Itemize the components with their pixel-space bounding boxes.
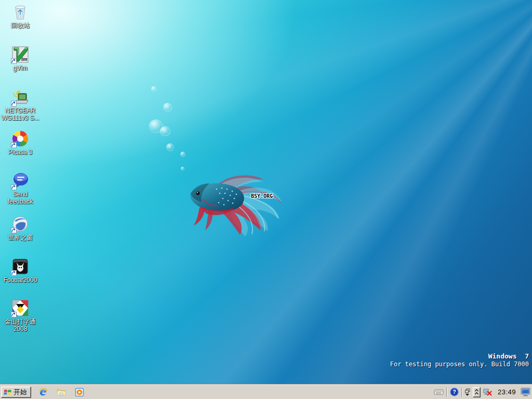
tray-divider <box>446 388 447 397</box>
bubble <box>166 143 174 151</box>
shortcut-arrow-icon <box>11 101 17 107</box>
help-feedback-icon[interactable]: ? <box>450 388 459 396</box>
recycle-bin-icon <box>11 3 29 21</box>
gvim-icon: im <box>11 46 29 63</box>
hide-inactive-icons-button[interactable] <box>473 387 481 397</box>
desktop-icon-theworld[interactable]: 世界之窗 <box>1 215 40 241</box>
desktop-icon-label: NETGEAR WG111v3 S... <box>1 107 40 122</box>
build-watermark-title: Windows 7 <box>390 352 529 360</box>
send-feedback-icon <box>11 172 29 190</box>
language-bar-restore-icon[interactable] <box>465 389 470 396</box>
quick-launch-bar <box>38 388 84 397</box>
bubble <box>163 103 172 112</box>
desktop-icon-label: 金山打字通 2008 <box>1 318 40 332</box>
desktop-icon-gvim[interactable]: im gVim <box>1 46 40 72</box>
taskbar: 开始 <box>0 384 532 399</box>
desktop-icon-label: Foobar2000 <box>1 276 40 284</box>
desktop-icon-netgear[interactable]: NETGEAR WG111v3 S... <box>1 88 40 122</box>
desktop-icon-kingsoft-typing[interactable]: 金山打字通 2008 <box>1 299 40 332</box>
bubble <box>160 126 170 136</box>
windows-media-player-icon[interactable] <box>75 388 84 397</box>
desktop-icon-label: 世界之窗 <box>1 234 40 241</box>
desktop-icon-label: Send feedback <box>1 191 40 205</box>
bubble <box>180 152 185 157</box>
shortcut-arrow-icon <box>11 58 17 64</box>
shortcut-arrow-icon <box>11 228 17 233</box>
bubble <box>151 86 156 91</box>
windows-logo-icon <box>4 389 12 396</box>
betta-fish <box>179 162 287 240</box>
wallpaper-site-watermark: BSY.ORG <box>251 193 273 199</box>
desktop-icon-recycle-bin[interactable]: 回收站 <box>1 3 40 29</box>
internet-explorer-icon[interactable] <box>38 388 48 397</box>
explorer-folder-icon[interactable] <box>57 388 66 397</box>
desktop-icon-label: gVim <box>1 64 40 72</box>
desktop-icon-label: Picasa 3 <box>1 149 40 156</box>
tray-divider <box>461 388 462 397</box>
shortcut-arrow-icon <box>11 184 17 190</box>
shortcut-arrow-icon <box>11 312 17 317</box>
desktop-icon-label: 回收站 <box>1 22 40 29</box>
desktop-wallpaper[interactable]: BSY.ORG 回收站 im gVim <box>0 0 532 384</box>
kingsoft-typing-icon <box>11 299 29 317</box>
globe-browser-icon <box>11 215 29 233</box>
netgear-wireless-icon <box>11 88 29 106</box>
shortcut-arrow-icon <box>11 142 17 148</box>
build-watermark: Windows 7 For testing purposes only. Bui… <box>390 352 529 368</box>
desktop-icon-foobar2000[interactable]: Foobar2000 <box>1 258 40 284</box>
desktop-icon-picasa[interactable]: Picasa 3 <box>1 130 40 156</box>
input-method-keyboard-icon[interactable] <box>434 389 444 395</box>
svg-text:?: ? <box>453 389 456 395</box>
start-button-label: 开始 <box>14 388 27 397</box>
desktop-icon-send-feedback[interactable]: Send feedback <box>1 172 40 205</box>
build-watermark-subtitle: For testing purposes only. Build 7000 <box>390 361 529 368</box>
foobar2000-icon <box>11 258 29 275</box>
network-disconnected-icon[interactable] <box>483 388 492 396</box>
start-button[interactable]: 开始 <box>1 387 31 398</box>
taskbar-clock[interactable]: 23:49 <box>495 388 518 396</box>
picasa-icon <box>11 130 29 148</box>
svg-text:im: im <box>21 56 28 62</box>
display-tray-icon[interactable] <box>521 388 530 396</box>
system-tray: ? 23:49 <box>434 385 532 399</box>
shortcut-arrow-icon <box>11 270 17 276</box>
